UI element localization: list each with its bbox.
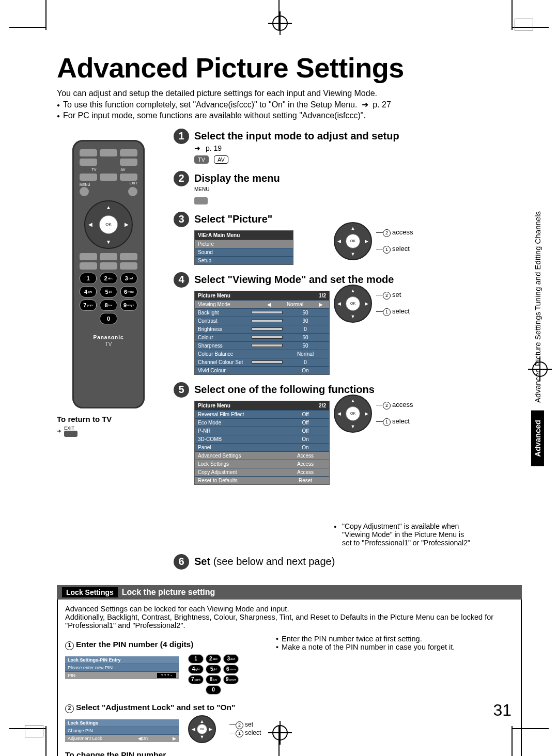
dpad-icon: ▲▼ ◀▶ OK bbox=[84, 200, 133, 249]
step-4: 4Select "Viewing Mode" and set the mode … bbox=[174, 272, 522, 375]
color-bar-icon bbox=[25, 725, 43, 737]
pin-entry-osd: Lock Settings-PIN Entry Please enter new… bbox=[65, 656, 179, 679]
page-title: Advanced Picture Settings bbox=[57, 52, 522, 84]
av-button-icon: AV bbox=[214, 155, 228, 164]
step-5: 5Select one of the following functions P… bbox=[174, 382, 522, 547]
return-to-tv-label: To return to TV bbox=[57, 415, 160, 423]
step-6: 6 Set (see below and next page) bbox=[174, 554, 522, 570]
lock-settings-heading: Lock SettingsLock the picture setting bbox=[57, 585, 522, 600]
dpad-icon: ▲▼◀▶OK bbox=[334, 285, 372, 323]
step-2: 2Display the menu MENU bbox=[174, 171, 522, 204]
lock-settings-osd: Lock Settings Change PIN Adjustment Lock… bbox=[65, 719, 179, 742]
color-bar-icon bbox=[515, 19, 533, 31]
registration-mark-icon bbox=[272, 725, 288, 741]
page-number: 31 bbox=[493, 701, 512, 720]
step-1: 1Select the input mode to adjust and set… bbox=[174, 129, 522, 164]
registration-mark-icon bbox=[272, 15, 288, 31]
dpad-icon: ▲▼◀▶OK bbox=[334, 222, 372, 260]
section-side-tab: Tuning and Editing Channels Advanced Pic… bbox=[530, 211, 545, 468]
remote-control-illustration: TV AV MENU EXIT ▲▼ ◀▶ OK 12abc3def 4ghi5… bbox=[72, 140, 145, 408]
exit-hint: ➜ EXIT bbox=[57, 426, 160, 437]
dpad-icon: ▲▼◀▶OK bbox=[334, 395, 372, 433]
dpad-icon: ▲▼◀▶OK bbox=[188, 715, 216, 743]
intro-text: You can adjust and setup the detailed pi… bbox=[57, 88, 522, 121]
tv-button-icon: TV bbox=[194, 155, 209, 164]
step-3: 3Select "Picture" VIErA Main Menu Pictur… bbox=[174, 212, 522, 265]
numpad-icon: 12abc3def 4ghi5jkl6mno 7pqrs8tuv9wxyz 0 bbox=[188, 653, 239, 696]
